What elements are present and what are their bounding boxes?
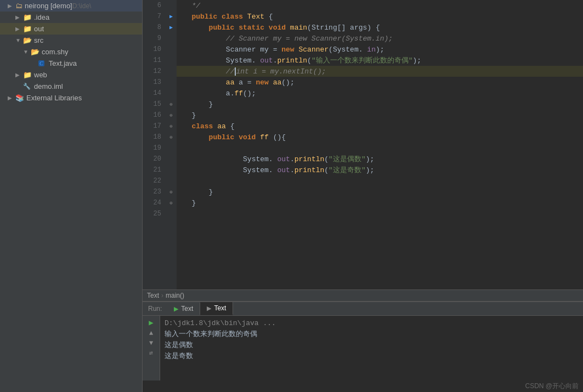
run-tab-1-icon: ▶	[174, 305, 178, 313]
breadcrumb: Text › main()	[143, 289, 583, 301]
run-extra-btn[interactable]: ⇄	[149, 349, 153, 356]
code-line-8: public static void main(String[] args) {	[177, 22, 583, 33]
code-line-6: */	[177, 0, 583, 11]
arrow-demo-iml	[15, 83, 23, 89]
arrow-idea: ▶	[15, 14, 23, 20]
run-down-btn[interactable]: ▼	[149, 339, 153, 347]
run-tabs: Run: ▶ Text ▶ Text	[143, 302, 583, 316]
sidebar-label-idea: .idea	[34, 13, 49, 21]
sidebar-label-ext-lib: External Libraries	[26, 94, 82, 102]
breadcrumb-sep: ›	[161, 292, 163, 299]
breadcrumb-text: Text	[147, 292, 159, 299]
line-numbers: 6 7 8 9 10 11 12 13 14 15 16 17 18 19 20…	[143, 0, 166, 289]
arrow-neirong: ▶	[8, 3, 15, 9]
sidebar-label-text-java: Text.java	[49, 59, 77, 67]
lib-icon: 📚	[15, 94, 24, 102]
run-label: Run:	[143, 303, 167, 315]
java-icon-text-java: C	[38, 60, 44, 66]
code-line-17: class aa {	[177, 121, 583, 132]
arrow-out: ▶	[15, 26, 23, 32]
sidebar-item-idea[interactable]: ▶ 📁 .idea	[0, 12, 142, 23]
code-line-24: }	[177, 197, 583, 208]
code-line-10: Scanner my = new Scanner(System. in);	[177, 44, 583, 55]
fold-18[interactable]: ⊖	[169, 132, 172, 143]
folder-icon-idea: 📁	[23, 13, 32, 21]
run-sidebar: ▶ ▲ ▼ ⇄	[143, 316, 160, 380]
sidebar-label-neirong: neirong [demo]	[25, 2, 72, 10]
sidebar-item-demo-iml[interactable]: 🔧 demo.iml	[0, 81, 142, 92]
code-line-22	[177, 175, 583, 186]
code-line-25	[177, 208, 583, 219]
arrow-ext-lib: ▶	[8, 95, 15, 101]
code-line-13: aa a = new aa();	[177, 77, 583, 88]
code-line-9: // Scanner my = new Scanner(System.in);	[177, 33, 583, 44]
sidebar-item-ext-lib[interactable]: ▶ 📚 External Libraries	[0, 92, 142, 104]
code-lines-container[interactable]: */ public class Text { public static voi…	[177, 0, 583, 289]
run-tab-2[interactable]: ▶ Text	[200, 302, 233, 315]
sidebar-item-web[interactable]: ▶ 📁 web	[0, 69, 142, 81]
sidebar-label-src: src	[34, 36, 43, 44]
code-line-16: }	[177, 110, 583, 121]
sidebar-label-com-shy: com.shy	[42, 48, 68, 56]
code-line-18: public void ff (){	[177, 132, 583, 143]
sidebar-item-neirong[interactable]: ▶ 🗂 neirong [demo] D:\ide\	[0, 0, 142, 12]
fold-24[interactable]: ⊖	[169, 197, 172, 208]
run-content: ▶ ▲ ▼ ⇄ D:\jdk1.8\jdk\bin\java ... 输入一个数…	[143, 316, 583, 380]
watermark-text: CSDN @开心向前	[525, 382, 579, 390]
sidebar-item-out[interactable]: ▶ 📁 out	[0, 23, 142, 35]
arrow-src: ▼	[15, 37, 23, 43]
sidebar-item-src[interactable]: ▼ 📂 src	[0, 35, 142, 46]
editor-area: 6 7 8 9 10 11 12 13 14 15 16 17 18 19 20…	[143, 0, 583, 392]
output-line-2: 输入一个数来判断此数的奇偶	[165, 329, 579, 340]
code-line-23: }	[177, 186, 583, 197]
gutter: ▶ ▶ ⊖ ⊖ ⊖ ⊖ ⊖ ⊖	[166, 0, 177, 289]
breadcrumb-method: main()	[166, 292, 184, 299]
project-sidebar: ▶ 🗂 neirong [demo] D:\ide\ ▶ 📁 .idea ▶ 📁…	[0, 0, 143, 392]
folder-icon-out: 📁	[23, 25, 32, 33]
sidebar-label-web: web	[34, 71, 47, 79]
code-line-15: }	[177, 99, 583, 110]
folder-icon-neirong: 🗂	[15, 2, 22, 10]
code-line-21: System. out.println("这是奇数");	[177, 164, 583, 175]
code-line-12: //int i = my.nextInt();	[177, 66, 583, 77]
run-tab-2-icon: ▶	[207, 305, 211, 312]
code-editor[interactable]: 6 7 8 9 10 11 12 13 14 15 16 17 18 19 20…	[143, 0, 583, 289]
sidebar-label-demo-iml: demo.iml	[34, 82, 63, 90]
folder-icon-com-shy: 📂	[31, 48, 39, 56]
iml-icon: 🔧	[23, 83, 31, 90]
code-line-19	[177, 143, 583, 154]
watermark: CSDN @开心向前	[143, 380, 583, 392]
code-line-14: a.ff();	[177, 88, 583, 99]
run-panel: Run: ▶ Text ▶ Text ▶ ▲ ▼ ⇄ D:\jdk	[143, 301, 583, 380]
output-line-3: 这是偶数	[165, 340, 579, 351]
output-line-1: D:\jdk1.8\jdk\bin\java ...	[165, 318, 579, 329]
code-line-20: System. out.println("这是偶数");	[177, 154, 583, 164]
run-tab-1-label: Text	[181, 305, 193, 313]
folder-icon-web: 📁	[23, 71, 32, 79]
run-arrow-7[interactable]: ▶	[169, 11, 173, 22]
run-tab-2-label: Text	[214, 304, 226, 312]
code-line-7: public class Text {	[177, 11, 583, 22]
code-line-11: System. out.println("输入一个数来判断此数的奇偶");	[177, 55, 583, 66]
run-arrow-8[interactable]: ▶	[169, 22, 173, 33]
run-output: D:\jdk1.8\jdk\bin\java ... 输入一个数来判断此数的奇偶…	[160, 316, 583, 380]
sidebar-suffix-neirong: D:\ide\	[72, 2, 92, 10]
run-play-btn[interactable]: ▶	[149, 318, 153, 327]
output-line-4: 这是奇数	[165, 351, 579, 362]
arrow-text-java	[31, 60, 38, 66]
fold-15[interactable]: ⊖	[169, 99, 172, 110]
sidebar-label-out: out	[34, 25, 44, 33]
fold-23[interactable]: ⊖	[169, 186, 172, 197]
sidebar-item-text-java[interactable]: C Text.java	[0, 58, 142, 69]
fold-16[interactable]: ⊖	[169, 110, 172, 121]
fold-17[interactable]: ⊖	[169, 121, 172, 132]
folder-icon-src: 📂	[23, 36, 32, 44]
run-up-btn[interactable]: ▲	[149, 329, 153, 337]
sidebar-item-com-shy[interactable]: ▼ 📂 com.shy	[0, 46, 142, 58]
arrow-web: ▶	[15, 72, 23, 78]
arrow-com-shy: ▼	[23, 49, 31, 55]
run-tab-1[interactable]: ▶ Text	[167, 303, 200, 315]
